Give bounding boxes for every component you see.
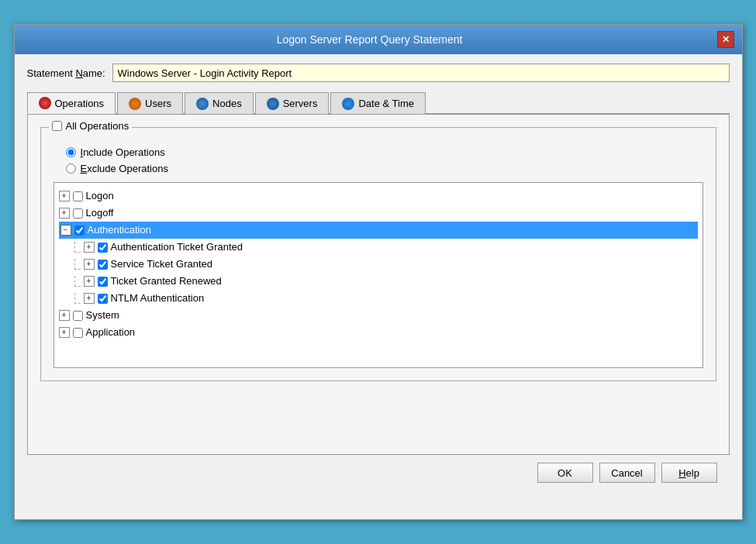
expand-service-ticket[interactable]: + (84, 259, 95, 270)
dialog: Logon Server Report Query Statement ✕ St… (14, 24, 743, 520)
tree-item-service-ticket[interactable]: + Service Ticket Granted (74, 256, 698, 273)
expand-logon[interactable]: + (59, 191, 70, 201)
include-operations-radio[interactable] (66, 147, 76, 157)
tab-operations[interactable]: Operations (27, 92, 116, 114)
label-logon: Logon (86, 188, 114, 204)
datetime-icon (342, 98, 354, 110)
tab-users[interactable]: Users (117, 92, 183, 114)
tree-item-application[interactable]: + Application (59, 324, 698, 341)
operations-group: All Operations Include Operations Exclud… (40, 127, 716, 381)
all-operations-label: All Operations (66, 120, 129, 132)
tab-datetime-label: Date & Time (358, 98, 414, 109)
tree-connector (74, 242, 81, 253)
tab-servers[interactable]: Servers (255, 92, 330, 114)
tree-connector (74, 259, 81, 270)
tree-item-logoff[interactable]: + Logoff (59, 205, 698, 222)
tree-item-authentication[interactable]: − Authentication (59, 222, 698, 239)
checkbox-auth-ticket[interactable] (98, 243, 108, 253)
expand-authentication[interactable]: − (60, 225, 71, 236)
tree-connector (74, 293, 81, 304)
expand-ntlm[interactable]: + (84, 293, 95, 304)
expand-application[interactable]: + (59, 327, 70, 338)
tabs: Operations Users Nodes Servers Date & Ti… (27, 91, 730, 114)
tab-users-label: Users (145, 98, 171, 109)
exclude-operations-radio[interactable] (66, 164, 76, 174)
include-operations-item: Include Operations (66, 146, 703, 158)
close-button[interactable]: ✕ (717, 31, 734, 48)
exclude-operations-item: Exclude Operations (66, 163, 703, 174)
statement-label: Statement Name: (27, 67, 112, 79)
checkbox-logoff[interactable] (73, 208, 83, 219)
tab-datetime[interactable]: Date & Time (330, 92, 426, 114)
statement-name-input[interactable] (112, 64, 730, 82)
checkbox-ntlm[interactable] (98, 294, 108, 304)
users-icon (129, 98, 141, 110)
tree-item-system[interactable]: + System (59, 307, 698, 324)
ok-button[interactable]: OK (537, 463, 593, 483)
radio-group: Include Operations Exclude Operations (66, 146, 703, 174)
dialog-footer: OK Cancel Help (27, 455, 730, 491)
tree-item-ticket-renewed[interactable]: + Ticket Granted Renewed (74, 273, 698, 290)
expand-system[interactable]: + (59, 310, 70, 321)
label-ticket-renewed: Ticket Granted Renewed (111, 274, 222, 289)
all-operations-legend: All Operations (49, 120, 133, 132)
tree-connector (74, 276, 81, 287)
servers-icon (267, 98, 279, 110)
tab-nodes[interactable]: Nodes (185, 92, 254, 114)
content-panel: All Operations Include Operations Exclud… (27, 114, 730, 455)
label-authentication: Authentication (88, 222, 151, 238)
expand-logoff[interactable]: + (59, 208, 70, 219)
cancel-button[interactable]: Cancel (599, 463, 655, 483)
expand-ticket-renewed[interactable]: + (84, 276, 95, 287)
tree-item-logon[interactable]: + Logon (59, 188, 698, 205)
title-bar: Logon Server Report Query Statement ✕ (15, 25, 742, 54)
tab-operations-label: Operations (55, 98, 105, 109)
dialog-body: Statement Name: Operations Users Nodes S… (15, 54, 742, 503)
checkbox-application[interactable] (73, 328, 83, 338)
label-ntlm: NTLM Authentication (111, 291, 205, 306)
tree-item-auth-ticket[interactable]: + Authentication Ticket Granted (74, 239, 698, 256)
operations-icon (39, 97, 51, 109)
checkbox-authentication[interactable] (74, 226, 85, 236)
expand-auth-ticket[interactable]: + (84, 242, 95, 253)
tab-nodes-label: Nodes (212, 98, 242, 109)
label-system: System (86, 308, 119, 323)
checkbox-ticket-renewed[interactable] (98, 277, 108, 287)
nodes-icon (196, 98, 209, 110)
tree-item-ntlm[interactable]: + NTLM Authentication (74, 290, 698, 307)
help-button[interactable]: Help (661, 463, 717, 483)
label-auth-ticket: Authentication Ticket Granted (111, 239, 243, 255)
checkbox-logon[interactable] (73, 191, 83, 201)
label-application: Application (86, 325, 136, 340)
tab-servers-label: Servers (283, 98, 318, 109)
label-service-ticket: Service Ticket Granted (111, 257, 213, 272)
exclude-operations-label: Exclude Operations (81, 163, 168, 174)
operations-tree[interactable]: + Logon + Logoff − Authentication (54, 182, 703, 368)
dialog-title: Logon Server Report Query Statement (22, 33, 717, 46)
statement-row: Statement Name: (27, 64, 730, 82)
label-logoff: Logoff (86, 205, 114, 221)
checkbox-system[interactable] (73, 311, 83, 321)
checkbox-service-ticket[interactable] (98, 260, 108, 270)
include-operations-label: Include Operations (81, 146, 165, 158)
all-operations-checkbox[interactable] (52, 121, 62, 131)
